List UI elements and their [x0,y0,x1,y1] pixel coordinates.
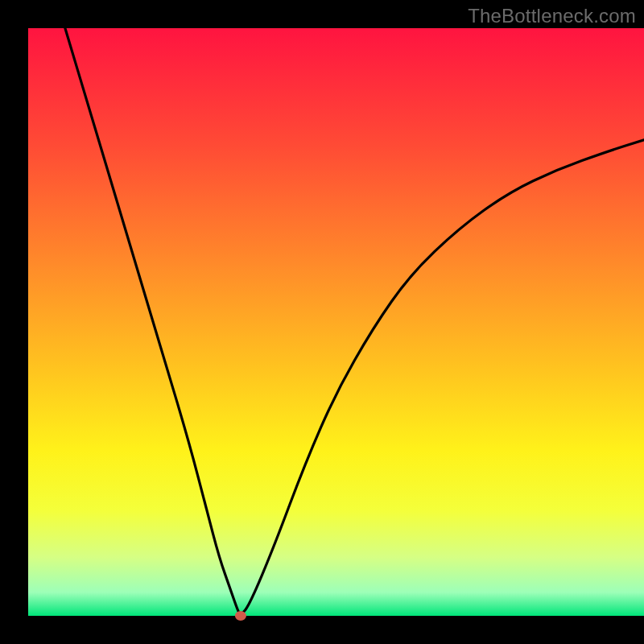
marker-dot [235,611,246,621]
watermark-text: TheBottleneck.com [468,5,636,27]
chart-container: TheBottleneck.com [0,0,644,644]
chart-svg [0,0,644,644]
plot-background [28,28,644,616]
